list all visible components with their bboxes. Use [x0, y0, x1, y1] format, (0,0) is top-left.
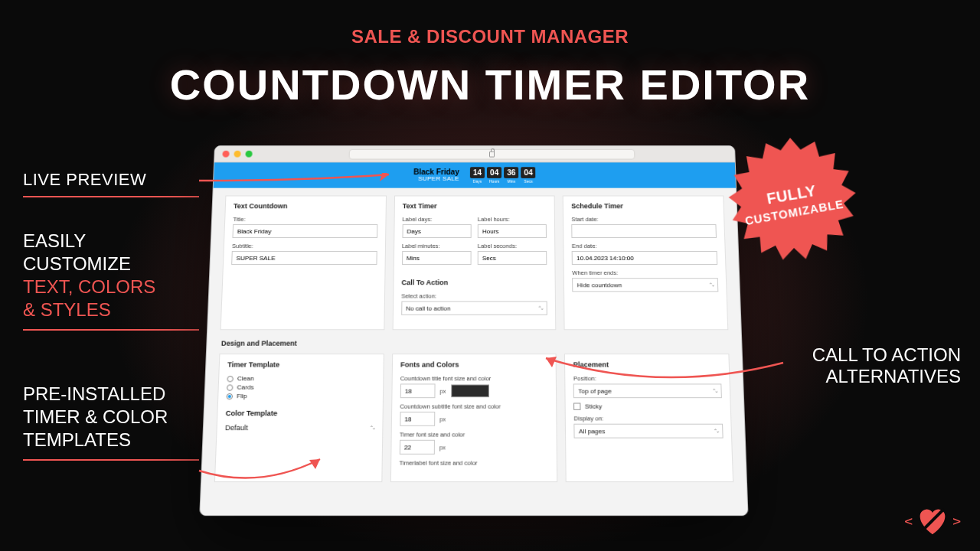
heading-text-countdown: Text Countdown	[234, 202, 378, 210]
timer-size-input[interactable]	[399, 440, 434, 455]
banner-digits: 14Days 04Hours 36Mins 04Secs	[470, 167, 536, 184]
countdown-banner: Black Friday SUPER SALE 14Days 04Hours 3…	[214, 162, 736, 187]
heading-template: Timer Template	[227, 360, 375, 368]
radio-cards[interactable]: Cards	[227, 383, 375, 390]
badge-fully-customizable: FULLYCUSTOMIZABLE	[725, 135, 860, 270]
card-text-countdown: Text Countdown Title: Subtitle:	[220, 195, 387, 330]
title-color-swatch[interactable]	[451, 384, 489, 397]
brand-logo: < >	[904, 505, 961, 536]
angle-right-icon: >	[952, 513, 961, 529]
maximize-icon[interactable]	[245, 151, 252, 158]
section-design: Design and Placement	[221, 340, 729, 347]
heart-icon	[916, 505, 949, 536]
card-placement: Placement Position: Top of page Sticky D…	[564, 354, 733, 482]
radio-flip[interactable]: Flip	[226, 393, 374, 399]
label-mins-input[interactable]	[402, 251, 472, 265]
heading-text-timer: Text Timer	[403, 202, 547, 210]
angle-left-icon: <	[904, 513, 913, 529]
heading-placement: Placement	[573, 360, 721, 368]
start-date-input[interactable]	[572, 224, 717, 238]
heading-schedule: Schedule Timer	[571, 202, 716, 210]
end-date-input[interactable]	[572, 251, 717, 265]
card-timer-template: Timer Template Clean Cards Flip Color Te…	[214, 354, 384, 482]
color-template-select[interactable]: Default	[225, 424, 374, 432]
card-schedule: Schedule Timer Start date: End date: Whe…	[563, 195, 728, 330]
subtitle-size-input[interactable]	[400, 412, 435, 426]
heading-cta: Call To Action	[401, 279, 547, 286]
close-icon[interactable]	[222, 151, 229, 158]
radio-clean[interactable]: Clean	[227, 375, 374, 382]
title-input[interactable]	[232, 224, 377, 238]
display-on-select[interactable]: All pages	[574, 424, 724, 439]
card-fonts-colors: Fonts and Colors Countdown title font si…	[390, 354, 557, 482]
minimize-icon[interactable]	[234, 151, 240, 158]
banner-subtitle: SUPER SALE	[413, 176, 459, 183]
titlebar	[214, 146, 735, 162]
address-bar[interactable]	[349, 148, 635, 159]
position-select[interactable]: Top of page	[573, 383, 722, 398]
subtitle-input[interactable]	[231, 251, 377, 265]
label-secs-input[interactable]	[478, 251, 547, 265]
title-size-input[interactable]	[400, 383, 435, 398]
label-days-input[interactable]	[402, 224, 472, 238]
timer-ends-select[interactable]: Hide countdown	[572, 278, 718, 292]
browser-window: Black Friday SUPER SALE 14Days 04Hours 3…	[199, 145, 748, 516]
callout-templates: PRE-INSTALLED TIMER & COLOR TEMPLATES	[23, 383, 199, 461]
heading-fonts: Fonts and Colors	[400, 360, 548, 368]
hero-title: COUNTDOWN TIMER EDITOR	[0, 60, 980, 109]
hero-subtitle: SALE & DISCOUNT MANAGER	[0, 26, 980, 47]
callout-cta: CALL TO ACTION ALTERNATIVES	[785, 344, 961, 387]
lock-icon	[489, 151, 495, 157]
sticky-checkbox[interactable]: Sticky	[573, 403, 722, 409]
label-hours-input[interactable]	[478, 224, 547, 238]
callout-customize: EASILY CUSTOMIZE TEXT, COLORS & STYLES	[23, 230, 199, 331]
callout-live-preview: LIVE PREVIEW	[23, 170, 199, 197]
heading-color-template: Color Template	[226, 409, 374, 417]
cta-select[interactable]: No call to action	[401, 301, 547, 315]
card-text-timer: Text Timer Label days: Label hours: Labe…	[392, 195, 556, 330]
